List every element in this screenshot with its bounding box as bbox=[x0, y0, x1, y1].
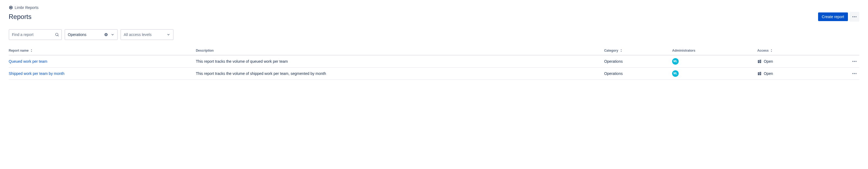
report-description: This report tracks the volume of queued … bbox=[196, 55, 604, 68]
svg-line-7 bbox=[58, 35, 59, 36]
more-horizontal-icon bbox=[852, 59, 857, 64]
row-more-button[interactable] bbox=[826, 71, 857, 76]
svg-rect-18 bbox=[760, 60, 761, 60]
building-icon bbox=[757, 59, 762, 64]
more-horizontal-icon bbox=[852, 71, 857, 76]
access-label: Open bbox=[764, 59, 773, 64]
svg-point-5 bbox=[856, 16, 856, 17]
report-name-link[interactable]: Queued work per team bbox=[9, 59, 47, 64]
svg-point-27 bbox=[856, 61, 856, 61]
header-description: Description bbox=[196, 46, 604, 55]
svg-point-44 bbox=[852, 73, 854, 74]
more-horizontal-icon bbox=[852, 14, 857, 19]
table-row: Queued work per team This report tracks … bbox=[9, 55, 859, 68]
report-description: This report tracks the volume of shipped… bbox=[196, 67, 604, 80]
access-label: Open bbox=[764, 71, 773, 76]
sort-icon bbox=[770, 49, 773, 53]
report-name-link[interactable]: Shipped work per team by month bbox=[9, 71, 64, 76]
header-report-name[interactable]: Report name bbox=[9, 46, 196, 55]
chevron-down-icon bbox=[166, 33, 170, 37]
svg-point-45 bbox=[854, 73, 855, 74]
page-title: Reports bbox=[9, 13, 31, 20]
svg-rect-15 bbox=[758, 61, 758, 62]
svg-rect-10 bbox=[760, 60, 761, 63]
svg-point-26 bbox=[854, 61, 855, 61]
building-icon bbox=[757, 71, 762, 76]
svg-point-25 bbox=[852, 61, 854, 61]
svg-rect-28 bbox=[758, 72, 759, 75]
svg-rect-32 bbox=[758, 73, 758, 74]
admin-avatar[interactable]: ML bbox=[672, 58, 679, 65]
svg-point-4 bbox=[854, 16, 855, 17]
svg-rect-34 bbox=[758, 74, 758, 74]
svg-rect-13 bbox=[758, 61, 758, 61]
header-administrators: Administrators bbox=[672, 46, 757, 55]
search-icon bbox=[55, 33, 59, 37]
svg-rect-41 bbox=[760, 74, 761, 74]
report-category: Operations bbox=[604, 67, 672, 80]
search-input[interactable] bbox=[9, 29, 62, 40]
svg-rect-30 bbox=[758, 73, 758, 73]
reports-table: Report name Description Category bbox=[9, 46, 859, 80]
svg-rect-20 bbox=[760, 61, 761, 61]
clear-category-icon[interactable] bbox=[104, 33, 108, 37]
svg-rect-9 bbox=[758, 60, 759, 63]
breadcrumb-app-name[interactable]: Limbr Reports bbox=[14, 5, 38, 10]
create-report-button[interactable]: Create report bbox=[818, 12, 848, 21]
sort-icon bbox=[620, 49, 622, 53]
category-filter-value: Operations bbox=[68, 33, 86, 37]
sort-icon bbox=[30, 49, 33, 53]
svg-rect-24 bbox=[760, 62, 761, 62]
table-row: Shipped work per team by month This repo… bbox=[9, 67, 859, 80]
report-category: Operations bbox=[604, 55, 672, 68]
header-access[interactable]: Access bbox=[757, 46, 826, 55]
app-icon bbox=[9, 5, 13, 10]
header-actions bbox=[826, 46, 859, 55]
row-more-button[interactable] bbox=[826, 59, 857, 64]
access-filter[interactable]: All access levels bbox=[120, 29, 174, 40]
svg-rect-11 bbox=[758, 60, 758, 61]
header-category[interactable]: Category bbox=[604, 46, 672, 55]
chevron-down-icon bbox=[111, 33, 115, 37]
svg-point-6 bbox=[56, 33, 58, 36]
breadcrumb: Limbr Reports bbox=[9, 5, 859, 10]
access-filter-placeholder: All access levels bbox=[124, 33, 152, 37]
search-box bbox=[9, 29, 62, 40]
header-actions: Create report bbox=[818, 12, 859, 22]
category-filter[interactable]: Operations bbox=[65, 29, 118, 40]
admin-avatar[interactable]: ML bbox=[672, 70, 679, 77]
more-actions-button[interactable] bbox=[849, 12, 859, 22]
svg-point-46 bbox=[856, 73, 856, 74]
filters-row: Operations All access levels bbox=[9, 29, 859, 40]
header-row: Reports Create report bbox=[9, 12, 859, 22]
svg-rect-29 bbox=[760, 72, 761, 75]
svg-point-3 bbox=[852, 16, 854, 17]
svg-rect-39 bbox=[760, 73, 761, 73]
